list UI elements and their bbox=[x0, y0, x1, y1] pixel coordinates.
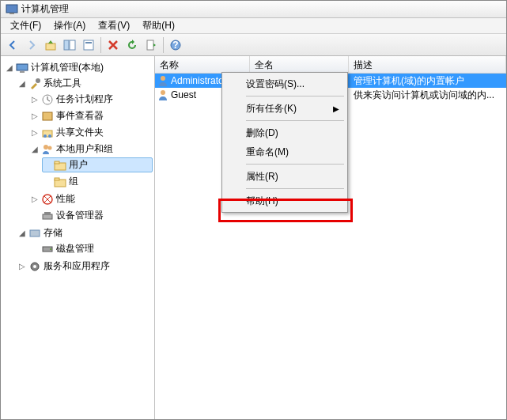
back-button[interactable] bbox=[4, 36, 21, 54]
submenu-arrow-icon: ▶ bbox=[333, 104, 339, 113]
svg-rect-2 bbox=[46, 44, 55, 50]
expand-icon[interactable]: ▷ bbox=[31, 112, 39, 120]
tree-system-tools[interactable]: ◢ 系统工具 bbox=[17, 76, 153, 91]
svg-rect-3 bbox=[64, 40, 69, 50]
ctx-separator bbox=[246, 188, 344, 189]
help-button[interactable]: ? bbox=[167, 36, 184, 54]
export-button[interactable] bbox=[142, 36, 160, 54]
tree-label: 组 bbox=[69, 175, 78, 188]
main-area: ◢ 计算机管理(本地) ◢ 系统工具 ▷任务计划程序 ▷事件查看器 bbox=[1, 56, 506, 419]
ctx-properties[interactable]: 属性(R) bbox=[224, 167, 346, 186]
clock-icon bbox=[41, 93, 54, 106]
tree-label: 设备管理器 bbox=[56, 209, 104, 222]
properties-toolbar-button[interactable] bbox=[80, 36, 97, 54]
ctx-set-password[interactable]: 设置密码(S)... bbox=[224, 74, 346, 93]
toolbar-separator bbox=[163, 37, 164, 53]
folder-icon bbox=[54, 159, 66, 172]
svg-rect-7 bbox=[147, 40, 153, 50]
svg-rect-6 bbox=[85, 42, 92, 44]
tree-label: 事件查看器 bbox=[56, 109, 104, 123]
window-title: 计算机管理 bbox=[21, 2, 69, 16]
svg-text:?: ? bbox=[172, 40, 178, 51]
toolbar: ? bbox=[1, 34, 506, 56]
svg-rect-23 bbox=[55, 178, 59, 180]
expand-icon[interactable]: ▷ bbox=[31, 95, 39, 104]
tree-disk-mgmt[interactable]: ▷磁盘管理 bbox=[29, 241, 153, 256]
user-desc: 管理计算机(域)的内置帐户 bbox=[349, 74, 506, 88]
refresh-button[interactable] bbox=[123, 36, 141, 54]
tree-performance[interactable]: ▷性能 bbox=[29, 191, 153, 206]
collapse-icon[interactable]: ◢ bbox=[18, 79, 26, 88]
show-hide-tree-button[interactable] bbox=[61, 36, 78, 54]
svg-point-18 bbox=[44, 145, 48, 149]
svg-rect-25 bbox=[43, 214, 52, 219]
menu-file[interactable]: 文件(F) bbox=[4, 17, 47, 34]
tree-device-manager[interactable]: ▷设备管理器 bbox=[29, 208, 153, 223]
share-icon bbox=[41, 127, 54, 139]
users-icon bbox=[41, 143, 54, 156]
svg-rect-26 bbox=[44, 212, 51, 214]
tree-label: 共享文件夹 bbox=[56, 126, 104, 139]
ctx-all-tasks[interactable]: 所有任务(K)▶ bbox=[224, 99, 346, 118]
ctx-rename[interactable]: 重命名(M) bbox=[224, 142, 346, 161]
tree-label: 用户 bbox=[69, 158, 88, 172]
user-name: Administrator bbox=[171, 75, 227, 86]
tree-label: 性能 bbox=[56, 192, 75, 206]
svg-point-29 bbox=[50, 248, 51, 250]
up-button[interactable] bbox=[42, 36, 59, 54]
ctx-help[interactable]: 帮助(H) bbox=[224, 191, 346, 210]
svg-point-32 bbox=[161, 76, 165, 81]
col-desc[interactable]: 描述 bbox=[349, 56, 506, 73]
menu-help[interactable]: 帮助(H) bbox=[136, 17, 181, 34]
tree-label: 任务计划程序 bbox=[56, 93, 113, 106]
expand-icon[interactable]: ▷ bbox=[31, 195, 39, 203]
folder-icon bbox=[54, 176, 66, 188]
computer-icon bbox=[16, 62, 28, 74]
svg-rect-27 bbox=[30, 230, 40, 236]
ctx-separator bbox=[246, 120, 344, 121]
menu-view[interactable]: 查看(V) bbox=[92, 17, 136, 34]
tree-services-apps[interactable]: ▷服务和应用程序 bbox=[17, 259, 153, 274]
tree-label: 存储 bbox=[44, 226, 62, 240]
user-icon bbox=[157, 74, 169, 87]
ctx-separator bbox=[246, 96, 344, 96]
tree-label: 本地用户和组 bbox=[56, 142, 113, 156]
tree-shared-folders[interactable]: ▷共享文件夹 bbox=[29, 125, 153, 140]
user-icon bbox=[157, 89, 169, 101]
tree-groups[interactable]: ▷组 bbox=[42, 174, 153, 189]
expand-icon[interactable]: ▷ bbox=[18, 262, 26, 271]
menu-action[interactable]: 操作(A) bbox=[47, 17, 92, 34]
svg-rect-21 bbox=[55, 161, 59, 164]
collapse-icon[interactable]: ◢ bbox=[18, 229, 26, 237]
svg-rect-10 bbox=[17, 64, 28, 70]
delete-button[interactable] bbox=[104, 36, 122, 54]
collapse-icon[interactable]: ◢ bbox=[31, 145, 39, 153]
tree-local-users-groups[interactable]: ◢本地用户和组 bbox=[29, 142, 153, 157]
tree-root[interactable]: ◢ 计算机管理(本地) bbox=[4, 60, 153, 75]
context-menu: 设置密码(S)... 所有任务(K)▶ 删除(D) 重命名(M) 属性(R) 帮… bbox=[221, 72, 348, 213]
svg-point-12 bbox=[36, 78, 40, 83]
user-desc: 供来宾访问计算机或访问域的内... bbox=[349, 89, 506, 102]
tree-storage[interactable]: ◢存储 bbox=[17, 225, 153, 240]
svg-point-31 bbox=[33, 265, 36, 268]
svg-point-17 bbox=[48, 134, 51, 138]
expand-icon[interactable]: ▷ bbox=[31, 128, 39, 137]
tree-event-viewer[interactable]: ▷事件查看器 bbox=[29, 108, 153, 123]
tree-users[interactable]: ▷用户 bbox=[42, 157, 153, 172]
tree-label: 磁盘管理 bbox=[56, 242, 94, 255]
forward-button[interactable] bbox=[23, 36, 40, 54]
svg-point-19 bbox=[48, 146, 52, 149]
list-panel: 名称 全名 描述 Administrator管理计算机(域)的内置帐户Guest… bbox=[155, 56, 506, 419]
col-name[interactable]: 名称 bbox=[155, 56, 250, 73]
user-name: Guest bbox=[171, 89, 196, 100]
services-icon bbox=[28, 260, 41, 273]
toolbar-separator bbox=[100, 37, 101, 53]
col-fullname[interactable]: 全名 bbox=[250, 56, 349, 73]
svg-rect-11 bbox=[20, 71, 25, 73]
collapse-icon[interactable]: ◢ bbox=[6, 63, 13, 72]
svg-rect-1 bbox=[9, 13, 14, 14]
tree-task-scheduler[interactable]: ▷任务计划程序 bbox=[29, 92, 153, 107]
disk-icon bbox=[41, 243, 54, 255]
ctx-delete[interactable]: 删除(D) bbox=[224, 123, 346, 142]
svg-rect-0 bbox=[6, 5, 17, 13]
